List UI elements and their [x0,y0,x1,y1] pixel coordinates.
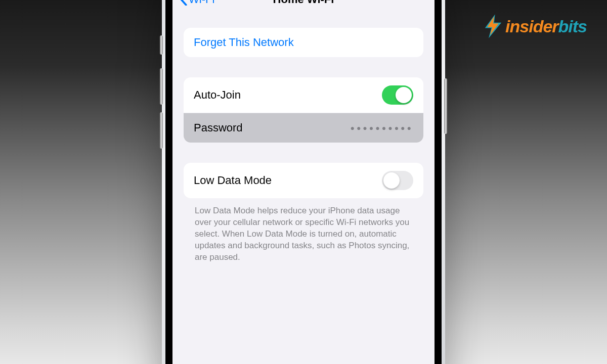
settings-content: Forget This Network Auto-Join Password ●… [172,21,435,364]
phone-mockup: 9:41 [162,0,445,364]
password-masked-value: ●●●●●●●●●● [350,124,413,132]
forget-group: Forget This Network [184,28,423,57]
back-button[interactable]: Wi-Fi [180,0,214,6]
auto-join-label: Auto-Join [194,88,241,102]
forget-network-button[interactable]: Forget This Network [184,28,423,57]
auto-join-toggle[interactable] [382,85,413,105]
volume-up-button [160,68,163,105]
phone-screen: 9:41 [172,0,435,364]
navigation-bar: Wi-Fi Home Wi-Fi [172,0,435,14]
low-data-label: Low Data Mode [194,174,272,187]
bolt-icon [484,14,502,38]
brand-name: insiderbits [505,17,587,36]
low-data-footer: Low Data Mode helps reduce your iPhone d… [184,202,423,263]
low-data-row: Low Data Mode [184,163,423,198]
forget-network-label: Forget This Network [194,36,294,49]
brand-logo: insiderbits [484,14,587,38]
chevron-left-icon [180,0,188,6]
password-label: Password [194,121,243,134]
low-data-toggle[interactable] [382,171,413,190]
back-label: Wi-Fi [189,0,214,6]
volume-down-button [160,112,163,149]
auto-join-row: Auto-Join [184,77,423,113]
mute-switch [160,35,163,55]
page-title: Home Wi-Fi [273,0,334,6]
side-button [444,78,447,134]
password-row[interactable]: Password ●●●●●●●●●● [184,113,423,143]
low-data-group: Low Data Mode [184,163,423,198]
connection-group: Auto-Join Password ●●●●●●●●●● [184,77,423,143]
